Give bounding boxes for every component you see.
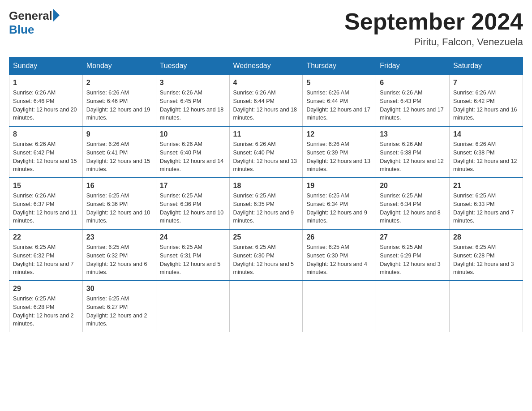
calendar-week-4: 22 Sunrise: 6:25 AM Sunset: 6:32 PM Dayl… (9, 229, 523, 281)
day-number: 20 (380, 182, 446, 190)
calendar-cell: 3 Sunrise: 6:26 AM Sunset: 6:45 PM Dayli… (156, 75, 229, 126)
calendar-cell: 16 Sunrise: 6:25 AM Sunset: 6:36 PM Dayl… (82, 178, 156, 229)
day-info: Sunrise: 6:26 AM Sunset: 6:45 PM Dayligh… (160, 89, 226, 122)
weekday-header-row: SundayMondayTuesdayWednesdayThursdayFrid… (9, 57, 523, 75)
calendar-week-3: 15 Sunrise: 6:26 AM Sunset: 6:37 PM Dayl… (9, 178, 523, 229)
day-number: 26 (306, 233, 372, 241)
calendar-cell: 19 Sunrise: 6:25 AM Sunset: 6:34 PM Dayl… (303, 178, 376, 229)
weekday-header-wednesday: Wednesday (229, 57, 303, 75)
day-number: 17 (160, 182, 226, 190)
day-info: Sunrise: 6:25 AM Sunset: 6:28 PM Dayligh… (453, 243, 519, 277)
calendar-cell: 29 Sunrise: 6:25 AM Sunset: 6:28 PM Dayl… (9, 281, 83, 332)
calendar-cell: 27 Sunrise: 6:25 AM Sunset: 6:29 PM Dayl… (376, 229, 450, 281)
day-number: 19 (306, 182, 372, 190)
day-number: 4 (233, 79, 299, 87)
day-info: Sunrise: 6:26 AM Sunset: 6:46 PM Dayligh… (86, 89, 152, 122)
day-info: Sunrise: 6:25 AM Sunset: 6:31 PM Dayligh… (160, 243, 226, 277)
day-number: 7 (453, 79, 519, 87)
calendar-cell: 12 Sunrise: 6:26 AM Sunset: 6:39 PM Dayl… (303, 126, 376, 178)
calendar-cell: 14 Sunrise: 6:26 AM Sunset: 6:38 PM Dayl… (450, 126, 523, 178)
calendar-cell: 8 Sunrise: 6:26 AM Sunset: 6:42 PM Dayli… (9, 126, 83, 178)
day-info: Sunrise: 6:25 AM Sunset: 6:33 PM Dayligh… (453, 192, 519, 225)
day-info: Sunrise: 6:25 AM Sunset: 6:32 PM Dayligh… (86, 243, 152, 277)
day-info: Sunrise: 6:26 AM Sunset: 6:39 PM Dayligh… (306, 140, 372, 174)
day-info: Sunrise: 6:26 AM Sunset: 6:41 PM Dayligh… (86, 140, 152, 174)
day-info: Sunrise: 6:25 AM Sunset: 6:30 PM Dayligh… (233, 243, 299, 277)
day-number: 9 (86, 130, 152, 138)
day-info: Sunrise: 6:26 AM Sunset: 6:44 PM Dayligh… (306, 89, 372, 122)
day-number: 8 (13, 130, 79, 138)
calendar-cell: 21 Sunrise: 6:25 AM Sunset: 6:33 PM Dayl… (450, 178, 523, 229)
day-info: Sunrise: 6:26 AM Sunset: 6:40 PM Dayligh… (233, 140, 299, 174)
weekday-header-saturday: Saturday (450, 57, 523, 75)
calendar-cell: 15 Sunrise: 6:26 AM Sunset: 6:37 PM Dayl… (9, 178, 83, 229)
day-info: Sunrise: 6:26 AM Sunset: 6:40 PM Dayligh… (160, 140, 226, 174)
logo-blue-text: Blue (9, 23, 34, 36)
calendar-cell: 24 Sunrise: 6:25 AM Sunset: 6:31 PM Dayl… (156, 229, 229, 281)
day-number: 29 (13, 285, 79, 293)
calendar-cell (450, 281, 523, 332)
weekday-header-thursday: Thursday (303, 57, 376, 75)
day-info: Sunrise: 6:26 AM Sunset: 6:46 PM Dayligh… (13, 89, 79, 122)
calendar-cell: 17 Sunrise: 6:25 AM Sunset: 6:36 PM Dayl… (156, 178, 229, 229)
weekday-header-friday: Friday (376, 57, 450, 75)
logo: General Blue (9, 9, 60, 37)
day-number: 2 (86, 79, 152, 87)
calendar-cell (376, 281, 450, 332)
calendar-cell: 5 Sunrise: 6:26 AM Sunset: 6:44 PM Dayli… (303, 75, 376, 126)
day-number: 22 (13, 233, 79, 241)
day-info: Sunrise: 6:25 AM Sunset: 6:34 PM Dayligh… (380, 192, 446, 225)
day-info: Sunrise: 6:25 AM Sunset: 6:27 PM Dayligh… (86, 295, 152, 328)
day-info: Sunrise: 6:25 AM Sunset: 6:36 PM Dayligh… (86, 192, 152, 225)
calendar-cell: 9 Sunrise: 6:26 AM Sunset: 6:41 PM Dayli… (82, 126, 156, 178)
day-info: Sunrise: 6:26 AM Sunset: 6:42 PM Dayligh… (13, 140, 79, 174)
calendar-cell (303, 281, 376, 332)
day-number: 13 (380, 130, 446, 138)
location-title: Piritu, Falcon, Venezuela (344, 36, 523, 48)
day-number: 3 (160, 79, 226, 87)
calendar-cell: 6 Sunrise: 6:26 AM Sunset: 6:43 PM Dayli… (376, 75, 450, 126)
calendar-week-5: 29 Sunrise: 6:25 AM Sunset: 6:28 PM Dayl… (9, 281, 523, 332)
calendar-cell: 4 Sunrise: 6:26 AM Sunset: 6:44 PM Dayli… (229, 75, 303, 126)
day-number: 14 (453, 130, 519, 138)
month-title: September 2024 (344, 9, 523, 34)
day-number: 15 (13, 182, 79, 190)
day-info: Sunrise: 6:25 AM Sunset: 6:30 PM Dayligh… (306, 243, 372, 277)
calendar-cell: 18 Sunrise: 6:25 AM Sunset: 6:35 PM Dayl… (229, 178, 303, 229)
day-info: Sunrise: 6:25 AM Sunset: 6:29 PM Dayligh… (380, 243, 446, 277)
day-info: Sunrise: 6:25 AM Sunset: 6:28 PM Dayligh… (13, 295, 79, 328)
calendar-cell: 2 Sunrise: 6:26 AM Sunset: 6:46 PM Dayli… (82, 75, 156, 126)
day-info: Sunrise: 6:26 AM Sunset: 6:42 PM Dayligh… (453, 89, 519, 122)
day-number: 10 (160, 130, 226, 138)
day-info: Sunrise: 6:25 AM Sunset: 6:36 PM Dayligh… (160, 192, 226, 225)
day-number: 23 (86, 233, 152, 241)
weekday-header-monday: Monday (82, 57, 156, 75)
day-number: 6 (380, 79, 446, 87)
day-number: 30 (86, 285, 152, 293)
calendar-cell (156, 281, 229, 332)
day-info: Sunrise: 6:25 AM Sunset: 6:34 PM Dayligh… (306, 192, 372, 225)
calendar-cell: 25 Sunrise: 6:25 AM Sunset: 6:30 PM Dayl… (229, 229, 303, 281)
weekday-header-tuesday: Tuesday (156, 57, 229, 75)
calendar-week-2: 8 Sunrise: 6:26 AM Sunset: 6:42 PM Dayli… (9, 126, 523, 178)
calendar-table: SundayMondayTuesdayWednesdayThursdayFrid… (9, 57, 523, 332)
day-info: Sunrise: 6:26 AM Sunset: 6:38 PM Dayligh… (453, 140, 519, 174)
day-info: Sunrise: 6:26 AM Sunset: 6:38 PM Dayligh… (380, 140, 446, 174)
day-info: Sunrise: 6:26 AM Sunset: 6:37 PM Dayligh… (13, 192, 79, 225)
calendar-cell: 13 Sunrise: 6:26 AM Sunset: 6:38 PM Dayl… (376, 126, 450, 178)
day-info: Sunrise: 6:25 AM Sunset: 6:32 PM Dayligh… (13, 243, 79, 277)
day-number: 24 (160, 233, 226, 241)
calendar-cell: 11 Sunrise: 6:26 AM Sunset: 6:40 PM Dayl… (229, 126, 303, 178)
calendar-cell: 23 Sunrise: 6:25 AM Sunset: 6:32 PM Dayl… (82, 229, 156, 281)
logo-arrow-icon (53, 9, 60, 21)
calendar-cell: 22 Sunrise: 6:25 AM Sunset: 6:32 PM Dayl… (9, 229, 83, 281)
page-header: General Blue September 2024 Piritu, Falc… (9, 9, 523, 48)
calendar-week-1: 1 Sunrise: 6:26 AM Sunset: 6:46 PM Dayli… (9, 75, 523, 126)
weekday-header-sunday: Sunday (9, 57, 83, 75)
calendar-cell: 10 Sunrise: 6:26 AM Sunset: 6:40 PM Dayl… (156, 126, 229, 178)
calendar-cell: 20 Sunrise: 6:25 AM Sunset: 6:34 PM Dayl… (376, 178, 450, 229)
calendar-cell (229, 281, 303, 332)
day-number: 21 (453, 182, 519, 190)
day-info: Sunrise: 6:26 AM Sunset: 6:44 PM Dayligh… (233, 89, 299, 122)
day-number: 28 (453, 233, 519, 241)
